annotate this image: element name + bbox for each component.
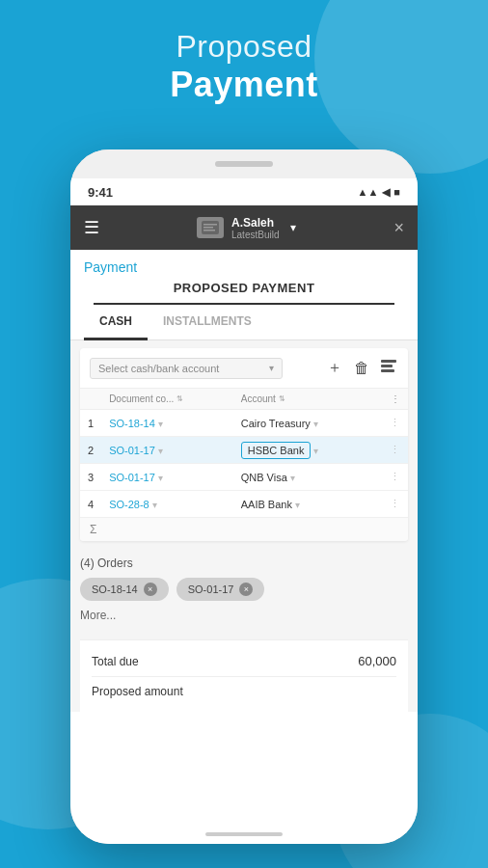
doc-cell-4[interactable]: SO-28-8 ▾ [101,491,233,518]
signal-icon: ▲▲ [358,186,379,198]
columns-settings-button[interactable] [379,358,398,379]
nav-bar: ☰ A.Saleh LatestBuild ▾ × [70,205,418,250]
select-arrow-icon: ▾ [269,363,274,373]
row-expand-3: ▾ [158,473,163,483]
total-due-value: 60,000 [358,654,396,668]
table-header-row: Document co... ⇅ Account ⇅ ⋮ [80,389,408,410]
doc-cell-2[interactable]: SO-01-17 ▾ [101,437,233,464]
total-due-label: Total due [92,655,139,668]
nav-close-button[interactable]: × [393,218,404,238]
status-bar: 9:41 ▲▲ ◀ ■ [70,178,418,205]
th-document[interactable]: Document co... ⇅ [101,389,233,410]
page-title-area: Proposed Payment [0,29,488,105]
nav-center: A.Saleh LatestBuild ▾ [197,216,296,240]
more-cell-3[interactable]: ⋮ [369,464,408,491]
th-row-num [80,389,101,410]
data-table: Document co... ⇅ Account ⇅ ⋮ [80,388,408,518]
total-divider [92,676,396,677]
account-arrow-3: ▾ [290,473,295,483]
proposed-payment-title: PROPOSED PAYMENT [94,275,394,305]
sigma-row: Σ [80,518,408,541]
doc-cell-3[interactable]: SO-01-17 ▾ [101,464,233,491]
page-title-line2: Payment [0,65,488,105]
add-row-button[interactable]: ＋ [325,356,344,380]
phone-speaker [215,161,273,167]
nav-app-icon [197,217,224,238]
order-chip-label-1: SO-18-14 [92,583,138,595]
sort-icon-account: ⇅ [279,394,285,403]
order-chip-label-2: SO-01-17 [188,583,234,595]
table-row: 3 SO-01-17 ▾ QNB Visa ▾ ⋮ [80,464,408,491]
account-cell-4[interactable]: AAIB Bank ▾ [233,491,370,518]
payment-header: Payment PROPOSED PAYMENT [70,250,418,305]
orders-section: (4) Orders SO-18-14 × SO-01-17 × More... [70,549,418,632]
nav-user-sub: LatestBuild [231,230,279,240]
row-expand-4: ▾ [152,500,157,510]
proposed-amount-row: Proposed amount [92,681,396,702]
phone-top-bar [70,149,418,178]
payment-breadcrumb: Payment [84,259,404,275]
total-due-row: Total due 60,000 [92,650,396,672]
orders-count-label: (4) Orders [80,553,408,574]
account-cell-2[interactable]: HSBC Bank ▾ [233,437,370,464]
tabs-bar: CASH INSTALLMENTS [70,305,418,340]
wifi-icon: ◀ [382,186,390,199]
columns-icon [381,360,396,373]
phone-screen: 9:41 ▲▲ ◀ ■ ☰ A.Saleh [70,178,418,844]
tab-installments[interactable]: INSTALLMENTS [148,305,267,340]
svg-rect-4 [381,360,396,363]
more-cell-4[interactable]: ⋮ [369,491,408,518]
th-account[interactable]: Account ⇅ [233,389,370,410]
order-chip-1: SO-18-14 × [80,578,169,601]
account-arrow-4: ▾ [295,500,300,510]
order-chip-remove-1[interactable]: × [144,583,157,596]
doc-cell-1[interactable]: SO-18-14 ▾ [101,410,233,437]
select-label: Select cash/bank account [98,363,219,374]
row-num-2: 2 [80,437,101,464]
nav-dropdown-arrow[interactable]: ▾ [290,221,296,234]
svg-rect-2 [203,227,213,229]
delete-row-button[interactable]: 🗑 [352,358,371,379]
account-arrow-2: ▾ [313,446,318,456]
order-chip-2: SO-01-17 × [176,578,265,601]
status-icons: ▲▲ ◀ ■ [358,186,400,199]
account-arrow-1: ▾ [313,419,318,429]
table-row: 1 SO-18-14 ▾ Cairo Treasury ▾ ⋮ [80,410,408,437]
table-section: Select cash/bank account ▾ ＋ 🗑 [80,348,408,541]
more-orders-link[interactable]: More... [80,605,408,628]
account-cell-3[interactable]: QNB Visa ▾ [233,464,370,491]
nav-user-name: A.Saleh [231,216,274,230]
hsbc-badge: HSBC Bank [241,442,312,459]
table-row: 2 SO-01-17 ▾ HSBC Bank ▾ ⋮ [80,437,408,464]
more-cell-1[interactable]: ⋮ [369,410,408,437]
receipt-icon [202,221,219,234]
time-display: 9:41 [88,185,113,200]
content-area: Payment PROPOSED PAYMENT CASH INSTALLMEN… [70,250,418,712]
row-num-3: 3 [80,464,101,491]
row-expand-2: ▾ [158,446,163,456]
more-cell-2[interactable]: ⋮ [369,437,408,464]
toolbar-icons: ＋ 🗑 [325,356,398,380]
nav-user-info: A.Saleh LatestBuild [231,216,279,240]
home-indicator [205,832,283,836]
row-expand-1: ▾ [158,419,163,429]
account-cell-1[interactable]: Cairo Treasury ▾ [233,410,370,437]
svg-rect-5 [381,365,393,367]
hamburger-menu-button[interactable]: ☰ [84,217,99,238]
page-title-line1: Proposed [0,29,488,65]
order-chip-remove-2[interactable]: × [239,583,253,596]
sort-icon-doc: ⇅ [176,394,183,403]
orders-chips: SO-18-14 × SO-01-17 × [80,574,408,605]
total-section: Total due 60,000 Proposed amount [80,639,408,712]
phone-frame: 9:41 ▲▲ ◀ ■ ☰ A.Saleh [70,149,418,844]
row-num-1: 1 [80,410,101,437]
tab-cash[interactable]: CASH [84,305,148,340]
table-toolbar: Select cash/bank account ▾ ＋ 🗑 [80,348,408,388]
svg-rect-1 [203,224,217,226]
svg-rect-3 [203,230,215,231]
th-more[interactable]: ⋮ [369,389,408,410]
cash-account-select[interactable]: Select cash/bank account ▾ [90,358,283,379]
battery-icon: ■ [393,186,400,198]
table-row: 4 SO-28-8 ▾ AAIB Bank ▾ ⋮ [80,491,408,518]
row-num-4: 4 [80,491,101,518]
